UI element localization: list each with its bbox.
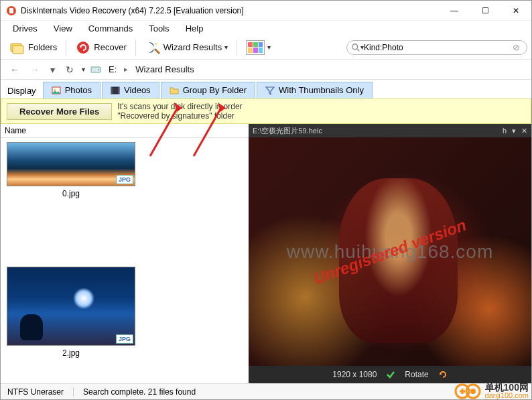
rotate-button[interactable]: Rotate bbox=[405, 370, 428, 379]
filter-videos-label: Videos bbox=[124, 85, 151, 95]
status-right: Search complete. 21 files found bbox=[83, 387, 196, 397]
folders-icon bbox=[9, 40, 25, 56]
chevron-down-icon: ▾ bbox=[267, 44, 271, 51]
recover-button[interactable]: Recover bbox=[70, 36, 131, 59]
svg-point-9 bbox=[98, 69, 99, 70]
close-button[interactable]: ✕ bbox=[501, 1, 531, 21]
file-name: 2.jpg bbox=[62, 348, 80, 358]
preview-pane: E:\空极光图片59.heic h ▾ ✕ www.huihuang168.co… bbox=[249, 124, 531, 383]
separator bbox=[66, 40, 66, 56]
brand-name: 单机100网 bbox=[485, 383, 529, 391]
wizard-results-button[interactable]: Wizard Results ▾ bbox=[140, 36, 232, 59]
list-item[interactable]: JPG 0.jpg bbox=[1, 138, 141, 202]
check-icon[interactable] bbox=[386, 370, 395, 379]
breadcrumb-sep: ▸ bbox=[124, 65, 128, 74]
preview-header: E:\空极光图片59.heic h ▾ ✕ bbox=[249, 124, 531, 137]
preview-footer: 1920 x 1080 Rotate bbox=[249, 366, 531, 383]
hint-text: It's scans your disk directly in order "… bbox=[117, 102, 242, 121]
search-input[interactable] bbox=[364, 43, 510, 52]
breadcrumb-wizard[interactable]: Wizard Results bbox=[133, 64, 196, 75]
nav-row: ← → ▾ ↻▾ E: ▸ Wizard Results bbox=[1, 60, 531, 80]
preview-close[interactable]: ✕ bbox=[521, 127, 527, 135]
maximize-button[interactable]: ☐ bbox=[470, 1, 501, 21]
photo-icon bbox=[52, 86, 61, 95]
preview-path: E:\空极光图片59.heic bbox=[253, 126, 322, 136]
separator bbox=[135, 40, 136, 56]
menu-drives[interactable]: Drives bbox=[6, 22, 44, 35]
recover-more-files-button[interactable]: Recover More Files bbox=[7, 103, 112, 120]
app-icon bbox=[6, 5, 17, 16]
svg-point-17 bbox=[470, 389, 476, 394]
chevron-down-icon[interactable]: ▾ bbox=[82, 66, 85, 73]
menubar: Drives View Commands Tools Help bbox=[1, 21, 531, 36]
nav-dropdown[interactable]: ▾ bbox=[48, 63, 58, 76]
preview-h[interactable]: h bbox=[503, 127, 507, 135]
preview-dimensions: 1920 x 1080 bbox=[332, 370, 377, 379]
menu-view[interactable]: View bbox=[47, 22, 79, 35]
filter-group-by-folder[interactable]: Group By Folder bbox=[161, 82, 255, 98]
display-label: Display bbox=[3, 83, 43, 98]
filter-with-thumbnails[interactable]: With Thumbnails Only bbox=[257, 82, 373, 98]
svg-rect-1 bbox=[9, 8, 13, 13]
drive-icon bbox=[90, 64, 101, 75]
filter-group-label: Group By Folder bbox=[183, 85, 247, 95]
folders-label: Folders bbox=[28, 42, 57, 52]
clear-search-button[interactable]: ⊘ bbox=[510, 42, 523, 52]
svg-line-7 bbox=[357, 48, 360, 51]
hint-line2: "Recovered by signatures" folder bbox=[117, 111, 242, 121]
wizard-icon bbox=[145, 40, 161, 56]
file-name: 0.jpg bbox=[62, 189, 80, 198]
svg-point-6 bbox=[352, 44, 358, 49]
history-button[interactable]: ↻ bbox=[63, 63, 76, 76]
separator bbox=[73, 387, 74, 397]
grid-icon bbox=[246, 40, 265, 55]
rotate-icon[interactable] bbox=[438, 370, 448, 379]
hint-bar: Recover More Files It's scans your disk … bbox=[1, 98, 531, 124]
brand-icon bbox=[453, 382, 482, 400]
svg-rect-14 bbox=[118, 87, 119, 94]
filter-photos-label: Photos bbox=[65, 85, 92, 95]
breadcrumb-drive[interactable]: E: bbox=[107, 64, 119, 75]
thumbnail[interactable]: JPG bbox=[7, 142, 135, 186]
titlebar: DiskInternals Video Recovery (x64) 7.22.… bbox=[1, 1, 531, 21]
menu-commands[interactable]: Commands bbox=[82, 22, 139, 35]
forward-button[interactable]: → bbox=[27, 63, 42, 76]
brand-url: danji100.com bbox=[485, 391, 529, 399]
column-header-name[interactable]: Name bbox=[1, 124, 249, 138]
funnel-icon bbox=[265, 86, 275, 95]
search-box[interactable]: ▾ ⊘ bbox=[346, 40, 527, 55]
format-badge: JPG bbox=[116, 175, 133, 184]
filter-videos[interactable]: Videos bbox=[102, 82, 159, 98]
video-icon bbox=[111, 86, 120, 95]
chevron-down-icon: ▾ bbox=[224, 44, 228, 51]
folders-button[interactable]: Folders bbox=[5, 36, 62, 59]
separator bbox=[237, 40, 237, 56]
svg-rect-3 bbox=[13, 46, 23, 54]
view-mode-button[interactable]: ▾ bbox=[241, 37, 275, 58]
toolbar: Folders Recover Wizard Results ▾ ▾ ▾ ⊘ bbox=[1, 36, 531, 60]
preview-dropdown[interactable]: ▾ bbox=[512, 127, 516, 135]
content-area: Name JPG 0.jpg JPG 2.jpg E:\空极光图片59.heic… bbox=[1, 124, 531, 383]
recover-icon bbox=[75, 40, 91, 56]
search-icon bbox=[351, 43, 360, 52]
svg-rect-13 bbox=[111, 87, 113, 94]
menu-help[interactable]: Help bbox=[179, 22, 210, 35]
svg-point-5 bbox=[155, 42, 157, 44]
preview-image[interactable]: www.huihuang168.com Unregistered version bbox=[249, 137, 531, 366]
format-badge: JPG bbox=[116, 334, 133, 344]
minimize-button[interactable]: — bbox=[439, 1, 470, 21]
folder-icon bbox=[170, 86, 179, 95]
recover-label: Recover bbox=[94, 42, 126, 52]
wizard-results-label: Wizard Results bbox=[163, 42, 222, 52]
list-item[interactable]: JPG 2.jpg bbox=[1, 263, 141, 362]
filter-photos[interactable]: Photos bbox=[43, 82, 101, 98]
window-title: DiskInternals Video Recovery (x64) 7.22.… bbox=[21, 6, 439, 15]
thumbnail[interactable]: JPG bbox=[7, 267, 135, 346]
file-list-pane: Name JPG 0.jpg JPG 2.jpg bbox=[1, 124, 249, 383]
menu-tools[interactable]: Tools bbox=[142, 22, 176, 35]
filter-row: Display Photos Videos Group By Folder Wi… bbox=[1, 80, 531, 98]
status-left: NTFS Uneraser bbox=[7, 387, 64, 397]
filter-thumbnails-label: With Thumbnails Only bbox=[279, 85, 364, 95]
brand-logo: 单机100网 danji100.com bbox=[453, 382, 529, 400]
back-button[interactable]: ← bbox=[7, 63, 22, 76]
